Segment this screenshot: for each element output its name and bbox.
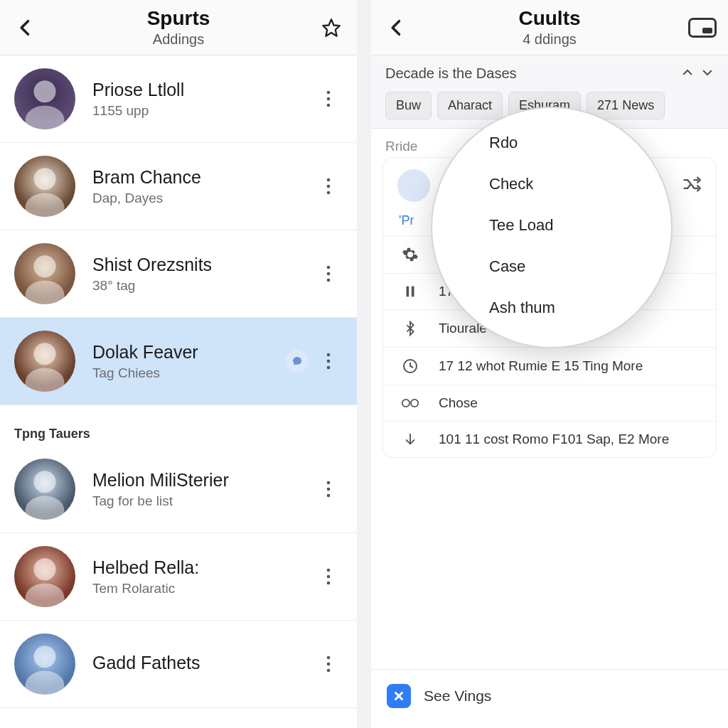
list-item[interactable]: Helbed Rella: Tem Rolaratic (0, 533, 357, 621)
svg-point-26 (34, 471, 56, 493)
svg-point-20 (34, 343, 56, 365)
back-button[interactable] (381, 12, 412, 43)
contact-name: Helbed Rella: (92, 557, 314, 578)
list-item[interactable]: Dolak Feaver Tag Chiees (0, 318, 357, 405)
more-button[interactable] (314, 172, 343, 200)
svg-point-12 (327, 191, 331, 195)
svg-point-46 (402, 400, 410, 407)
contact-subtitle: 1155 upp (92, 103, 314, 119)
svg-point-10 (327, 178, 331, 182)
menu-item[interactable]: Tee Load (482, 205, 660, 246)
svg-point-34 (327, 569, 331, 572)
detail-text: Chose (439, 395, 478, 411)
footer-label: See Vings (424, 687, 491, 705)
svg-point-41 (327, 663, 331, 666)
clock-icon (399, 358, 422, 375)
list-item[interactable]: Melion MiliSterier Tag for be list (0, 446, 357, 533)
footer-bar[interactable]: See Vings (371, 669, 728, 728)
contact-name: Bram Chance (92, 167, 314, 188)
pip-icon (688, 18, 717, 38)
list-item[interactable]: Priose Ltloll 1155 upp (0, 55, 357, 143)
segment-tab[interactable]: Aharact (437, 92, 503, 119)
bluetooth-icon (399, 320, 422, 337)
detail-line[interactable]: 101 11 cost Romo F101 Sap, E2 More (383, 421, 716, 457)
context-menu-popup: RdoCheckTee LoadCaseAsh thum (431, 107, 673, 348)
detail-line[interactable]: Chose (383, 385, 716, 421)
contact-name: Dolak Feaver (92, 342, 286, 363)
svg-point-23 (327, 360, 331, 363)
more-button[interactable] (314, 650, 343, 678)
collapse-up-icon[interactable] (681, 66, 694, 82)
svg-point-32 (34, 558, 56, 580)
more-button[interactable] (314, 259, 343, 288)
chat-badge-icon (286, 350, 309, 373)
svg-point-30 (327, 494, 331, 498)
contact-subtitle: Dap, Dayes (92, 191, 314, 206)
segment-tab[interactable]: Buw (385, 92, 432, 119)
svg-point-42 (327, 669, 331, 673)
avatar (14, 156, 75, 217)
svg-point-6 (327, 104, 331, 107)
avatar (14, 546, 75, 607)
left-subtitle: Addings (147, 31, 210, 48)
svg-point-16 (327, 266, 331, 269)
svg-marker-0 (323, 19, 339, 36)
svg-point-29 (327, 488, 331, 491)
back-button[interactable] (10, 12, 41, 43)
menu-item[interactable]: Check (482, 164, 660, 205)
segment-tab[interactable]: 271 News (587, 92, 665, 119)
contact-subtitle: Tag for be list (92, 493, 314, 509)
svg-point-47 (411, 400, 418, 407)
svg-point-14 (34, 255, 56, 277)
svg-rect-44 (412, 287, 414, 297)
menu-item[interactable]: Case (482, 246, 660, 287)
svg-point-5 (327, 97, 331, 101)
right-header: Cuults 4 ddings (371, 0, 728, 55)
pip-button[interactable] (687, 12, 718, 43)
close-icon[interactable] (387, 684, 411, 708)
more-button[interactable] (314, 347, 343, 375)
contact-name: Gadd Fathets (92, 653, 314, 673)
favorite-button[interactable] (316, 12, 347, 43)
avatar (14, 331, 75, 392)
avatar (397, 169, 430, 202)
contact-name: Shist Orezsnits (92, 255, 314, 275)
avatar (14, 243, 75, 304)
detail-line[interactable]: 17 12 whot Rumie E 15 Ting More (383, 347, 716, 385)
list-item[interactable]: Bram Chance Dap, Dayes (0, 143, 357, 230)
svg-point-11 (327, 185, 331, 188)
detail-text: 101 11 cost Romo F101 Sap, E2 More (439, 432, 669, 447)
svg-point-28 (327, 481, 331, 485)
avatar (14, 68, 75, 129)
list-item[interactable]: Gadd Fathets (0, 621, 357, 708)
right-subtitle: 4 ddings (518, 31, 580, 48)
contact-name: Melion MiliSterier (92, 470, 314, 491)
pause-icon (399, 284, 422, 299)
svg-point-18 (327, 279, 331, 282)
collapse-down-icon[interactable] (701, 66, 714, 82)
svg-point-35 (327, 575, 331, 579)
svg-point-4 (327, 91, 331, 95)
svg-point-24 (327, 366, 331, 370)
svg-point-36 (327, 582, 331, 585)
svg-point-22 (327, 353, 331, 357)
down-icon (399, 432, 422, 447)
section-header: Tpng Tauers (0, 405, 357, 446)
right-title: Cuults (518, 7, 580, 30)
detail-text: 17 12 whot Rumie E 15 Ting More (439, 358, 643, 374)
contact-subtitle: 38° tag (92, 278, 314, 294)
left-pane: Spurts Addings Priose Ltloll 1155 upp Br… (0, 0, 357, 728)
contact-subtitle: Tag Chiees (92, 365, 286, 381)
more-button[interactable] (314, 562, 343, 591)
avatar (14, 459, 75, 520)
svg-point-17 (327, 272, 331, 276)
shuffle-icon[interactable] (682, 174, 702, 197)
filter-title: Decade is the Dases (385, 65, 517, 82)
more-button[interactable] (314, 85, 343, 113)
svg-point-8 (34, 168, 56, 190)
svg-point-40 (327, 656, 331, 660)
list-item[interactable]: Shist Orezsnits 38° tag (0, 230, 357, 318)
more-button[interactable] (314, 475, 343, 503)
contact-name: Priose Ltloll (92, 80, 314, 100)
contact-subtitle: Tem Rolaratic (92, 581, 314, 596)
